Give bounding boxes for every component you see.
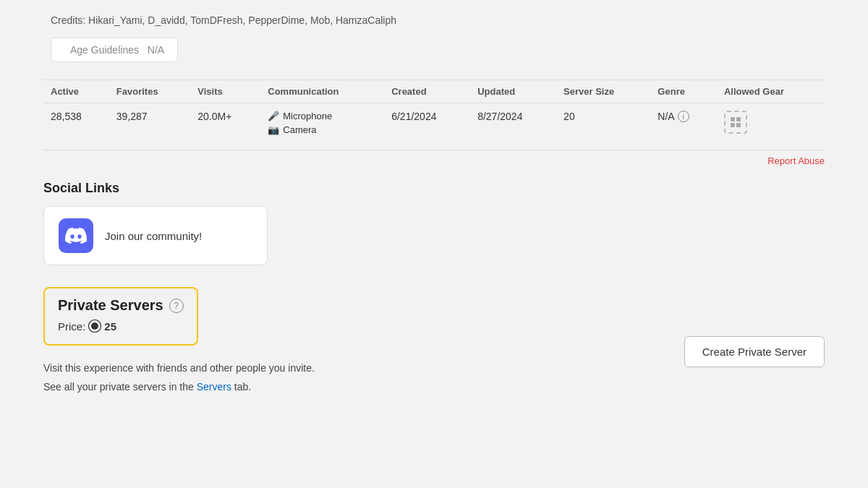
cell-server-size: 20	[556, 103, 650, 143]
cell-allowed-gear	[717, 103, 825, 143]
description-line2-text: See all your private servers in the	[43, 381, 194, 393]
microphone-label: Microphone	[283, 111, 332, 121]
cell-updated: 8/27/2024	[470, 103, 556, 143]
private-servers-info: Private Servers ? Price: 25	[43, 287, 684, 395]
discord-icon	[59, 218, 93, 253]
question-icon[interactable]: ?	[169, 299, 184, 313]
discord-social-link[interactable]: Join our community!	[43, 206, 268, 265]
cell-communication: 🎤 Microphone 📷 Camera	[260, 103, 384, 143]
col-header-visits: Visits	[190, 80, 260, 103]
svg-rect-0	[731, 117, 735, 121]
age-guidelines-value: N/A	[148, 44, 164, 56]
price-row: Price: 25	[58, 320, 184, 333]
private-servers-section: Private Servers ? Price: 25	[43, 287, 825, 395]
cell-visits: 20.0M+	[190, 103, 260, 143]
price-amount: 25	[104, 320, 116, 333]
svg-rect-2	[731, 123, 735, 127]
col-header-favorites: Favorites	[109, 80, 190, 103]
servers-tab-link[interactable]: Servers	[197, 381, 231, 393]
svg-rect-1	[736, 117, 741, 121]
age-guidelines-label: Age Guidelines	[70, 44, 139, 56]
svg-point-5	[91, 322, 98, 330]
description-line2: See all your private servers in the Serv…	[43, 379, 684, 395]
main-page: Credits: Hikari_Yami, D_avidd, TomDFresh…	[0, 0, 868, 488]
genre-info-icon[interactable]: i	[678, 111, 689, 122]
camera-icon: 📷	[268, 124, 279, 135]
private-servers-title: Private Servers	[58, 297, 163, 314]
robux-icon	[88, 320, 101, 333]
genre-value: N/A i	[658, 111, 710, 122]
communication-options: 🎤 Microphone 📷 Camera	[268, 111, 377, 135]
credits-text: Credits: Hikari_Yami, D_avidd, TomDFresh…	[51, 14, 825, 26]
age-guidelines-badge: Age Guidelines N/A	[51, 38, 178, 62]
col-header-server-size: Server Size	[556, 80, 650, 103]
cell-active: 28,538	[43, 103, 109, 143]
discord-link-text: Join our community!	[105, 230, 202, 242]
col-header-communication: Communication	[260, 80, 384, 103]
col-header-created: Created	[384, 80, 470, 103]
table-row: 28,538 39,287 20.0M+ 🎤 Microphone 📷 Came…	[43, 103, 825, 143]
private-servers-header: Private Servers ?	[58, 297, 184, 314]
table-divider	[43, 150, 825, 150]
genre-text: N/A	[658, 111, 674, 122]
cell-favorites: 39,287	[109, 103, 190, 143]
svg-rect-3	[736, 123, 741, 127]
cell-created: 6/21/2024	[384, 103, 470, 143]
col-header-active: Active	[43, 80, 109, 103]
report-abuse-container: Report Abuse	[43, 155, 825, 166]
microphone-option: 🎤 Microphone	[268, 111, 377, 121]
description-line2-end: tab.	[234, 381, 251, 393]
private-servers-row: Private Servers ? Price: 25	[43, 287, 825, 395]
allowed-gear-icon	[724, 111, 747, 134]
social-links-title: Social Links	[43, 181, 825, 196]
price-label: Price:	[58, 320, 85, 333]
create-private-server-button[interactable]: Create Private Server	[684, 336, 825, 367]
description-line1: Visit this experience with friends and o…	[43, 360, 684, 376]
col-header-allowed-gear: Allowed Gear	[717, 80, 825, 103]
private-servers-box: Private Servers ? Price: 25	[43, 287, 198, 346]
col-header-genre: Genre	[650, 80, 717, 103]
cell-genre: N/A i	[650, 103, 717, 143]
camera-label: Camera	[283, 124, 316, 135]
camera-option: 📷 Camera	[268, 124, 377, 135]
microphone-icon: 🎤	[268, 111, 279, 121]
col-header-updated: Updated	[470, 80, 556, 103]
stats-table: Active Favorites Visits Communication Cr…	[43, 80, 825, 142]
report-abuse-link[interactable]: Report Abuse	[767, 155, 825, 166]
